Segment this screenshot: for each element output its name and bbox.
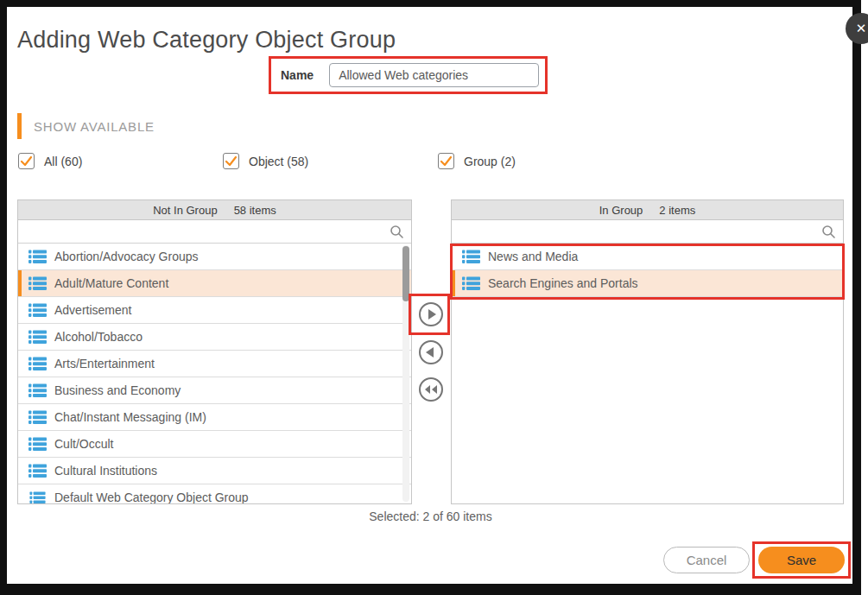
right-arrow-icon xyxy=(418,301,444,327)
page-title: Adding Web Category Object Group xyxy=(17,27,396,54)
not-in-group-header: Not In Group 58 items xyxy=(18,200,411,220)
category-list-item[interactable]: Alcohol/Tobacco xyxy=(18,324,411,351)
scrollbar-track[interactable] xyxy=(402,245,409,502)
name-field-annotation: Name xyxy=(269,56,548,94)
save-button[interactable]: Save xyxy=(758,547,845,573)
category-list-item[interactable]: Adult/Mature Content xyxy=(18,270,411,297)
category-icon xyxy=(29,437,47,452)
category-icon xyxy=(29,250,47,264)
panel-title: In Group xyxy=(599,204,643,217)
category-icon xyxy=(29,464,47,478)
category-icon xyxy=(29,276,47,291)
category-icon xyxy=(29,330,47,345)
add-web-category-dialog: Adding Web Category Object Group ✕ Name … xyxy=(0,0,868,595)
in-group-panel: In Group 2 items xyxy=(451,199,844,504)
filter-checkbox-item[interactable]: All (60) xyxy=(18,153,82,169)
category-icon xyxy=(29,383,47,398)
panel-count: 2 items xyxy=(659,204,695,217)
category-list-item[interactable]: Search Engines and Portals xyxy=(452,270,843,297)
panel-title: Not In Group xyxy=(153,204,217,217)
category-icon xyxy=(462,276,480,291)
category-list-item[interactable]: Cult/Occult xyxy=(18,431,411,458)
category-icon xyxy=(29,303,47,318)
name-field-label: Name xyxy=(281,68,314,82)
not-in-group-list: Abortion/Advocacy Groups Adult/Mature Co… xyxy=(18,244,411,504)
move-right-button[interactable] xyxy=(418,301,444,327)
move-all-left-button[interactable] xyxy=(418,377,444,402)
category-list-item[interactable]: Cultural Institutions xyxy=(18,458,411,484)
category-list-item[interactable]: Abortion/Advocacy Groups xyxy=(18,244,411,270)
category-list-item[interactable]: Advertisement xyxy=(18,297,411,324)
category-icon xyxy=(29,491,47,505)
category-list-item[interactable]: News and Media xyxy=(452,244,843,270)
section-accent-bar xyxy=(17,113,22,139)
panel-count: 58 items xyxy=(234,204,276,217)
search-input[interactable] xyxy=(18,220,411,243)
double-left-arrow-icon xyxy=(418,377,444,402)
category-icon xyxy=(29,410,47,425)
in-group-header: In Group 2 items xyxy=(452,200,843,220)
filter-checkbox-item[interactable]: Group (2) xyxy=(438,153,516,169)
not-in-group-search-row xyxy=(18,220,411,244)
cancel-button[interactable]: Cancel xyxy=(663,547,750,573)
not-in-group-panel: Not In Group 58 items xyxy=(17,199,412,504)
search-input[interactable] xyxy=(452,220,843,243)
scrollbar-thumb[interactable] xyxy=(402,246,409,301)
section-title: SHOW AVAILABLE xyxy=(34,119,155,134)
left-arrow-icon xyxy=(418,339,444,365)
filter-checkbox-item[interactable]: Object (58) xyxy=(223,153,308,169)
category-list-item[interactable]: Chat/Instant Messaging (IM) xyxy=(18,404,411,431)
checkbox-icon[interactable] xyxy=(18,153,35,169)
checkbox-icon[interactable] xyxy=(438,153,454,169)
in-group-list: News and Media Search Engines and Portal… xyxy=(452,244,843,297)
move-left-button[interactable] xyxy=(418,339,444,365)
category-list-item[interactable]: Default Web Category Object Group xyxy=(18,484,411,504)
selected-summary: Selected: 2 of 60 items xyxy=(0,510,861,523)
category-list-item[interactable]: Business and Economy xyxy=(18,377,411,404)
in-group-search-row xyxy=(452,220,843,244)
name-field[interactable] xyxy=(329,63,539,87)
category-list-item[interactable]: Arts/Entertainment xyxy=(18,351,411,377)
category-icon xyxy=(29,357,47,371)
close-icon[interactable]: ✕ xyxy=(846,13,868,44)
category-icon xyxy=(462,250,480,264)
checkbox-icon[interactable] xyxy=(223,153,239,169)
filter-row: All (60) Object (58) Group (2) xyxy=(0,153,868,175)
